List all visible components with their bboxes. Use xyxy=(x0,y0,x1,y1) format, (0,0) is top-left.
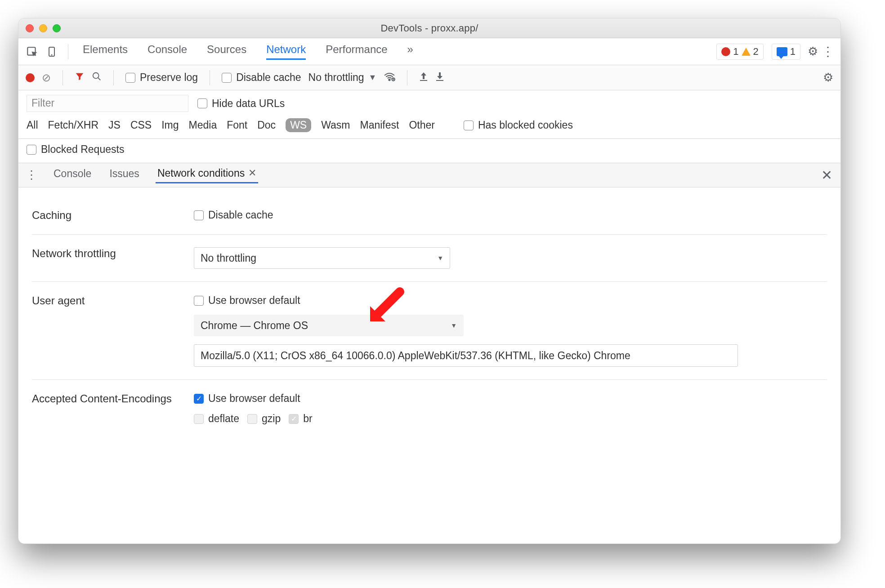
tab-console[interactable]: Console xyxy=(148,43,187,60)
caching-row: Caching Disable cache xyxy=(32,196,827,235)
type-ws[interactable]: WS xyxy=(286,118,311,132)
type-doc[interactable]: Doc xyxy=(257,119,276,131)
status-counters: 1 2 1 xyxy=(713,44,804,60)
more-menu-icon[interactable]: ⋮ xyxy=(822,44,835,59)
throttling-label: Network throttling xyxy=(32,247,194,260)
disable-cache-checkbox[interactable]: Disable cache xyxy=(222,71,301,84)
message-count: 1 xyxy=(790,46,796,58)
clear-icon[interactable]: ⊘ xyxy=(42,71,51,84)
encoding-options: deflate gzip ✓br xyxy=(194,413,827,425)
ua-preset-select[interactable]: Chrome — Chrome OS ▼ xyxy=(194,315,464,336)
tabs-overflow[interactable]: » xyxy=(407,43,413,60)
network-toolbar: ⊘ Preserve log Disable cache No throttli… xyxy=(18,65,840,90)
throttling-select[interactable]: No throttling ▼ xyxy=(308,71,377,84)
error-warning-badge[interactable]: 1 2 xyxy=(716,44,764,60)
panel-tabs: Elements Console Sources Network Perform… xyxy=(83,43,413,60)
inspect-element-icon[interactable] xyxy=(24,44,40,60)
svg-point-4 xyxy=(389,79,390,80)
svg-rect-7 xyxy=(436,80,443,81)
settings-gear-icon[interactable]: ⚙ xyxy=(808,45,818,58)
preserve-log-checkbox[interactable]: Preserve log xyxy=(125,71,198,84)
enc-use-default-checkbox[interactable]: ✓Use browser default xyxy=(194,392,827,405)
blocked-requests-checkbox[interactable]: Blocked Requests xyxy=(27,143,124,156)
chevron-down-icon: ▼ xyxy=(437,254,443,262)
devtools-window: DevTools - proxx.app/ Elements Console S… xyxy=(18,18,841,544)
content-encodings-label: Accepted Content-Encodings xyxy=(32,392,194,405)
type-css[interactable]: CSS xyxy=(130,119,152,131)
has-blocked-cookies-checkbox[interactable]: Has blocked cookies xyxy=(464,119,573,131)
type-all[interactable]: All xyxy=(27,119,38,131)
filter-icon[interactable] xyxy=(75,71,85,84)
tab-performance[interactable]: Performance xyxy=(326,43,387,60)
user-agent-row: User agent Use browser default Chrome — … xyxy=(32,282,827,380)
separator xyxy=(63,70,63,85)
type-other[interactable]: Other xyxy=(409,119,435,131)
drawer-tabbar: ⋮ Console Issues Network conditions ✕ ✕ xyxy=(18,163,840,187)
separator xyxy=(68,44,68,59)
type-media[interactable]: Media xyxy=(189,119,217,131)
svg-point-3 xyxy=(93,72,99,78)
separator xyxy=(113,70,114,85)
type-img[interactable]: Img xyxy=(161,119,179,131)
type-manifest[interactable]: Manifest xyxy=(360,119,399,131)
content-encodings-row: Accepted Content-Encodings ✓Use browser … xyxy=(32,380,827,437)
svg-point-2 xyxy=(52,54,52,55)
titlebar: DevTools - proxx.app/ xyxy=(18,18,840,38)
warning-count: 2 xyxy=(753,46,759,58)
error-count: 1 xyxy=(733,46,738,58)
drawer-tab-console[interactable]: Console xyxy=(52,168,93,183)
main-tabbar: Elements Console Sources Network Perform… xyxy=(18,38,840,65)
close-drawer-icon[interactable]: ✕ xyxy=(821,167,832,183)
error-icon xyxy=(721,47,730,56)
device-toggle-icon[interactable] xyxy=(44,44,60,60)
enc-deflate-checkbox[interactable]: deflate xyxy=(194,413,239,425)
type-wasm[interactable]: Wasm xyxy=(321,119,350,131)
enc-br-checkbox[interactable]: ✓br xyxy=(289,413,312,425)
enc-gzip-checkbox[interactable]: gzip xyxy=(247,413,281,425)
filter-input[interactable]: Filter xyxy=(27,95,188,112)
drawer-tab-issues[interactable]: Issues xyxy=(107,168,141,183)
network-conditions-panel: Caching Disable cache Network throttling… xyxy=(18,187,840,543)
chevron-down-icon: ▼ xyxy=(451,322,457,329)
tab-network[interactable]: Network xyxy=(266,43,306,60)
close-tab-icon[interactable]: ✕ xyxy=(248,167,256,179)
caching-label: Caching xyxy=(32,209,194,222)
messages-badge[interactable]: 1 xyxy=(772,44,800,60)
upload-har-icon[interactable] xyxy=(419,71,428,84)
message-icon xyxy=(777,47,787,56)
type-fetchxhr[interactable]: Fetch/XHR xyxy=(48,119,98,131)
chevron-down-icon: ▼ xyxy=(369,73,377,82)
network-conditions-icon[interactable] xyxy=(384,71,395,84)
window-title: DevTools - proxx.app/ xyxy=(18,22,840,34)
tab-elements[interactable]: Elements xyxy=(83,43,128,60)
blocked-requests-row: Blocked Requests xyxy=(18,139,840,163)
type-font[interactable]: Font xyxy=(227,119,247,131)
type-js[interactable]: JS xyxy=(108,119,121,131)
drawer-more-icon[interactable]: ⋮ xyxy=(26,168,37,182)
throttling-select[interactable]: No throttling ▼ xyxy=(194,247,450,269)
svg-rect-6 xyxy=(420,80,427,81)
download-har-icon[interactable] xyxy=(435,71,444,84)
conditions-disable-cache-checkbox[interactable]: Disable cache xyxy=(194,209,827,221)
ua-use-default-checkbox[interactable]: Use browser default xyxy=(194,294,827,307)
ua-string-input[interactable]: Mozilla/5.0 (X11; CrOS x86_64 10066.0.0)… xyxy=(194,344,738,367)
search-icon[interactable] xyxy=(92,71,102,84)
drawer-tab-network-conditions[interactable]: Network conditions ✕ xyxy=(156,167,258,183)
warning-icon xyxy=(742,48,751,56)
separator xyxy=(210,70,210,85)
throttling-row: Network throttling No throttling ▼ xyxy=(32,235,827,282)
request-type-filter-row: All Fetch/XHR JS CSS Img Media Font Doc … xyxy=(18,116,840,139)
tab-sources[interactable]: Sources xyxy=(207,43,246,60)
network-settings-gear-icon[interactable]: ⚙ xyxy=(823,71,833,85)
separator xyxy=(407,70,407,85)
hide-data-urls-checkbox[interactable]: Hide data URLs xyxy=(197,98,285,110)
filter-row: Filter Hide data URLs xyxy=(18,90,840,116)
record-button[interactable] xyxy=(26,73,35,82)
user-agent-label: User agent xyxy=(32,294,194,307)
